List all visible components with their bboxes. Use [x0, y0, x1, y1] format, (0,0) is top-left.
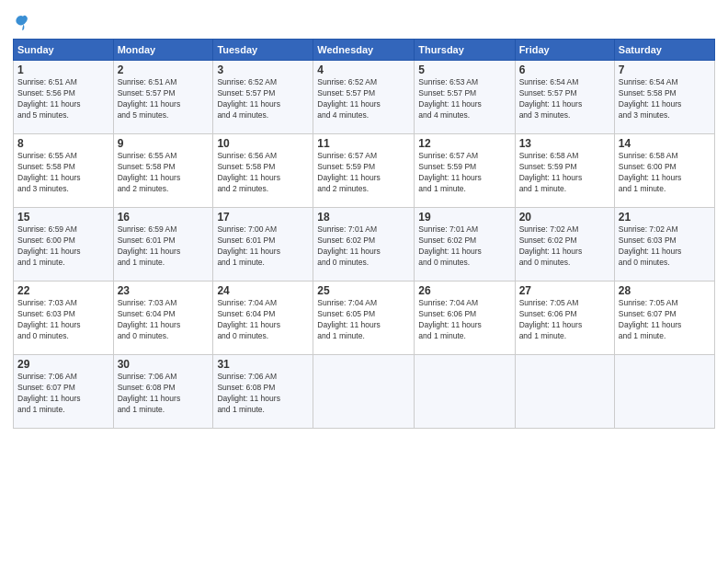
calendar-header-tuesday: Tuesday	[213, 40, 313, 61]
day-number: 19	[418, 211, 510, 224]
calendar-cell	[415, 355, 515, 429]
day-number: 17	[217, 211, 309, 224]
day-number: 29	[17, 358, 109, 371]
calendar-cell: 16Sunrise: 6:59 AM Sunset: 6:01 PM Dayli…	[113, 208, 213, 282]
day-number: 5	[418, 63, 510, 76]
day-info: Sunrise: 7:03 AM Sunset: 6:04 PM Dayligh…	[118, 298, 210, 342]
calendar-header-row: SundayMondayTuesdayWednesdayThursdayFrid…	[14, 40, 715, 61]
calendar-cell: 4Sunrise: 6:52 AM Sunset: 5:57 PM Daylig…	[313, 61, 415, 134]
calendar-cell: 28Sunrise: 7:05 AM Sunset: 6:07 PM Dayli…	[614, 282, 714, 355]
day-number: 16	[118, 211, 210, 224]
day-info: Sunrise: 7:01 AM Sunset: 6:02 PM Dayligh…	[317, 224, 410, 269]
day-info: Sunrise: 7:02 AM Sunset: 6:03 PM Dayligh…	[619, 224, 711, 269]
day-number: 10	[217, 137, 309, 150]
calendar-cell	[313, 355, 415, 429]
day-info: Sunrise: 6:53 AM Sunset: 5:57 PM Dayligh…	[418, 77, 510, 121]
day-info: Sunrise: 7:05 AM Sunset: 6:06 PM Dayligh…	[519, 298, 610, 342]
day-info: Sunrise: 7:03 AM Sunset: 6:03 PM Dayligh…	[17, 298, 109, 342]
calendar-cell: 19Sunrise: 7:01 AM Sunset: 6:02 PM Dayli…	[415, 208, 515, 282]
calendar-cell: 27Sunrise: 7:05 AM Sunset: 6:06 PM Dayli…	[515, 282, 614, 355]
day-number: 15	[17, 211, 109, 224]
day-number: 31	[217, 358, 309, 371]
calendar-cell: 20Sunrise: 7:02 AM Sunset: 6:02 PM Dayli…	[515, 208, 614, 282]
calendar-cell: 23Sunrise: 7:03 AM Sunset: 6:04 PM Dayli…	[113, 282, 213, 355]
calendar-header-monday: Monday	[113, 40, 213, 61]
calendar-cell: 1Sunrise: 6:51 AM Sunset: 5:56 PM Daylig…	[14, 61, 114, 134]
day-info: Sunrise: 6:51 AM Sunset: 5:57 PM Dayligh…	[118, 77, 210, 121]
day-number: 11	[317, 137, 410, 150]
calendar-cell: 5Sunrise: 6:53 AM Sunset: 5:57 PM Daylig…	[415, 61, 515, 134]
day-info: Sunrise: 7:06 AM Sunset: 6:08 PM Dayligh…	[217, 372, 309, 416]
calendar-cell: 25Sunrise: 7:04 AM Sunset: 6:05 PM Dayli…	[313, 282, 415, 355]
calendar-cell: 13Sunrise: 6:58 AM Sunset: 5:59 PM Dayli…	[515, 134, 614, 208]
day-info: Sunrise: 6:54 AM Sunset: 5:58 PM Dayligh…	[619, 77, 711, 121]
calendar-cell: 17Sunrise: 7:00 AM Sunset: 6:01 PM Dayli…	[213, 208, 313, 282]
day-info: Sunrise: 6:57 AM Sunset: 5:59 PM Dayligh…	[317, 151, 410, 195]
calendar-cell: 21Sunrise: 7:02 AM Sunset: 6:03 PM Dayli…	[614, 208, 714, 282]
day-number: 23	[118, 284, 210, 297]
calendar-week-3: 15Sunrise: 6:59 AM Sunset: 6:00 PM Dayli…	[14, 208, 715, 282]
day-number: 9	[118, 137, 210, 150]
day-info: Sunrise: 6:58 AM Sunset: 5:59 PM Dayligh…	[519, 151, 610, 195]
logo	[13, 13, 35, 33]
calendar-cell: 29Sunrise: 7:06 AM Sunset: 6:07 PM Dayli…	[14, 355, 114, 429]
day-info: Sunrise: 7:00 AM Sunset: 6:01 PM Dayligh…	[217, 224, 309, 269]
day-info: Sunrise: 6:51 AM Sunset: 5:56 PM Dayligh…	[17, 77, 109, 121]
day-number: 24	[217, 284, 309, 297]
calendar-cell: 22Sunrise: 7:03 AM Sunset: 6:03 PM Dayli…	[14, 282, 114, 355]
calendar-week-1: 1Sunrise: 6:51 AM Sunset: 5:56 PM Daylig…	[14, 61, 715, 134]
day-info: Sunrise: 6:59 AM Sunset: 6:01 PM Dayligh…	[118, 224, 210, 269]
day-info: Sunrise: 6:55 AM Sunset: 5:58 PM Dayligh…	[17, 151, 109, 195]
calendar-cell: 26Sunrise: 7:04 AM Sunset: 6:06 PM Dayli…	[415, 282, 515, 355]
header	[13, 9, 715, 33]
calendar-week-2: 8Sunrise: 6:55 AM Sunset: 5:58 PM Daylig…	[14, 134, 715, 208]
day-info: Sunrise: 7:06 AM Sunset: 6:08 PM Dayligh…	[118, 372, 210, 416]
calendar-cell	[614, 355, 714, 429]
day-info: Sunrise: 6:58 AM Sunset: 6:00 PM Dayligh…	[619, 151, 711, 195]
logo-icon	[13, 13, 33, 33]
page: SundayMondayTuesdayWednesdayThursdayFrid…	[0, 0, 728, 438]
calendar-header-saturday: Saturday	[614, 40, 714, 61]
day-number: 2	[118, 63, 210, 76]
calendar-cell: 24Sunrise: 7:04 AM Sunset: 6:04 PM Dayli…	[213, 282, 313, 355]
calendar-cell: 31Sunrise: 7:06 AM Sunset: 6:08 PM Dayli…	[213, 355, 313, 429]
day-number: 12	[418, 137, 510, 150]
calendar-header-friday: Friday	[515, 40, 614, 61]
day-info: Sunrise: 7:04 AM Sunset: 6:05 PM Dayligh…	[317, 298, 410, 342]
day-info: Sunrise: 6:55 AM Sunset: 5:58 PM Dayligh…	[118, 151, 210, 195]
calendar-header-wednesday: Wednesday	[313, 40, 415, 61]
calendar-cell: 2Sunrise: 6:51 AM Sunset: 5:57 PM Daylig…	[113, 61, 213, 134]
day-info: Sunrise: 6:56 AM Sunset: 5:58 PM Dayligh…	[217, 151, 309, 195]
day-info: Sunrise: 6:52 AM Sunset: 5:57 PM Dayligh…	[217, 77, 309, 121]
day-info: Sunrise: 6:52 AM Sunset: 5:57 PM Dayligh…	[317, 77, 410, 121]
day-info: Sunrise: 6:59 AM Sunset: 6:00 PM Dayligh…	[17, 224, 109, 269]
day-number: 1	[17, 63, 109, 76]
day-number: 7	[619, 63, 711, 76]
day-info: Sunrise: 6:57 AM Sunset: 5:59 PM Dayligh…	[418, 151, 510, 195]
calendar-cell: 18Sunrise: 7:01 AM Sunset: 6:02 PM Dayli…	[313, 208, 415, 282]
day-info: Sunrise: 7:06 AM Sunset: 6:07 PM Dayligh…	[17, 372, 109, 416]
day-number: 28	[619, 284, 711, 297]
day-number: 27	[519, 284, 610, 297]
calendar-cell	[515, 355, 614, 429]
day-number: 13	[519, 137, 610, 150]
calendar-header-sunday: Sunday	[14, 40, 114, 61]
calendar-cell: 12Sunrise: 6:57 AM Sunset: 5:59 PM Dayli…	[415, 134, 515, 208]
day-number: 25	[317, 284, 410, 297]
day-info: Sunrise: 7:02 AM Sunset: 6:02 PM Dayligh…	[519, 224, 610, 269]
calendar-header-thursday: Thursday	[415, 40, 515, 61]
calendar-week-5: 29Sunrise: 7:06 AM Sunset: 6:07 PM Dayli…	[14, 355, 715, 429]
day-number: 26	[418, 284, 510, 297]
calendar-cell: 30Sunrise: 7:06 AM Sunset: 6:08 PM Dayli…	[113, 355, 213, 429]
calendar-cell: 10Sunrise: 6:56 AM Sunset: 5:58 PM Dayli…	[213, 134, 313, 208]
day-info: Sunrise: 7:04 AM Sunset: 6:04 PM Dayligh…	[217, 298, 309, 342]
day-number: 8	[17, 137, 109, 150]
calendar-cell: 6Sunrise: 6:54 AM Sunset: 5:57 PM Daylig…	[515, 61, 614, 134]
calendar: SundayMondayTuesdayWednesdayThursdayFrid…	[13, 39, 715, 429]
day-number: 21	[619, 211, 711, 224]
day-number: 3	[217, 63, 309, 76]
calendar-cell: 14Sunrise: 6:58 AM Sunset: 6:00 PM Dayli…	[614, 134, 714, 208]
day-number: 6	[519, 63, 610, 76]
calendar-cell: 3Sunrise: 6:52 AM Sunset: 5:57 PM Daylig…	[213, 61, 313, 134]
calendar-cell: 7Sunrise: 6:54 AM Sunset: 5:58 PM Daylig…	[614, 61, 714, 134]
